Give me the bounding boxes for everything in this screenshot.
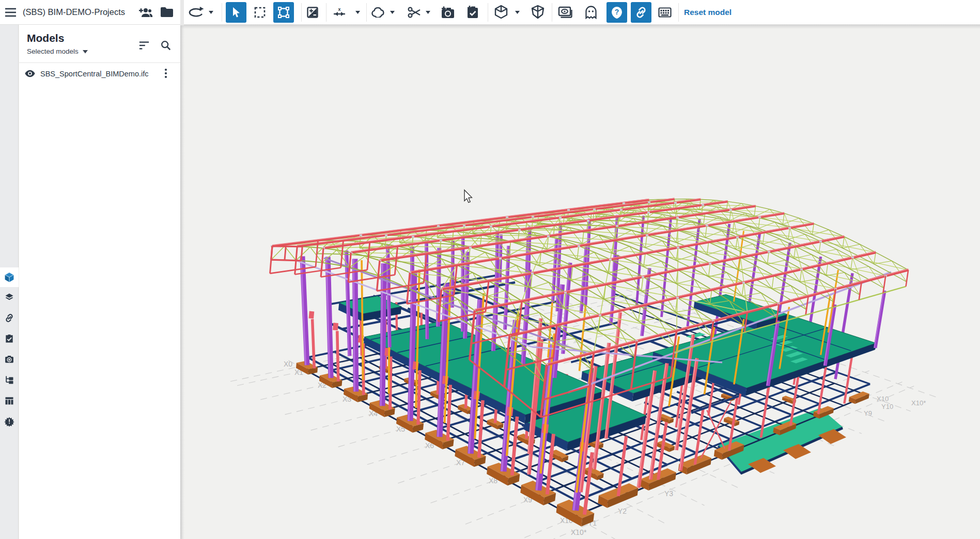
svg-text:Y10: Y10	[881, 403, 893, 410]
svg-text:X10: X10	[877, 395, 889, 403]
svg-text:X10*: X10*	[571, 528, 587, 536]
svg-text:?: ?	[615, 8, 619, 16]
svg-text:X0: X0	[284, 360, 292, 368]
svg-text:x: x	[338, 7, 341, 12]
svg-text:Y3: Y3	[664, 489, 673, 498]
svg-text:X10*: X10*	[911, 399, 926, 407]
